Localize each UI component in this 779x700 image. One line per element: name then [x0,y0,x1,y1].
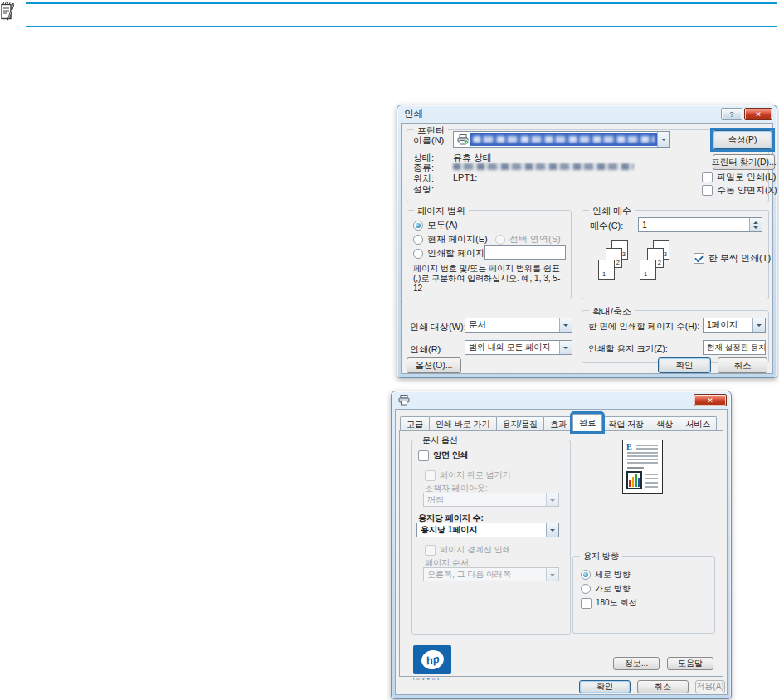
properties-dialog-titlebar[interactable]: ✕ [392,391,731,409]
page-range-group-label: 페이지 범위 [414,205,469,217]
rotate-180-field: 180도 회전 [581,597,636,609]
orientation-group-label: 용지 방향 [580,551,622,562]
scale-to-paper-label: 인쇄할 용지 크기(Z): [588,343,668,355]
close-button[interactable]: ✕ [694,394,727,406]
duplex-label: 양면 인쇄 [433,450,469,461]
tab-printing-shortcuts[interactable]: 인쇄 바로 가기 [429,416,497,431]
status-value: 유휴 상태 [453,152,492,164]
page-range-hint: 페이지 번호 및/또는 페이지 범위를 쉼표(,)로 구분하여 입력하십시오. … [413,264,567,294]
about-button[interactable]: 정보... [613,657,660,670]
page-order-select[interactable]: 오른쪽, 그 다음 아래쪽 [423,567,559,581]
copies-value: 1 [642,220,647,230]
portrait-radio[interactable] [581,570,591,580]
manual-duplex-field: 수동 양면지(X) [702,184,777,197]
properties-dialog: ✕ 고급 인쇄 바로 가기 용지/품질 효과 완료 작업 저장 색상 서비스 문… [391,391,732,699]
pages-per-sheet-select[interactable]: 용지당 1페이지 [416,523,559,537]
close-button[interactable]: ✕ [744,108,772,120]
range-selection-radio[interactable] [495,235,505,245]
range-pages-input[interactable] [484,245,566,260]
copies-stepper[interactable]: 1 [638,217,762,232]
printer-icon [398,395,410,406]
flip-up-label: 페이지 위로 넘기기 [440,469,511,481]
finishing-tab-panel: 문서 옵션 양면 인쇄 페이지 위로 넘기기 소책자 레이아웃: 꺼짐 용지당 … [399,430,723,677]
where-value: LPT1: [453,173,477,182]
pages-per-sheet-select[interactable]: 1페이지 [703,318,766,333]
print-what-select[interactable]: 문서 [465,318,572,333]
tab-color[interactable]: 색상 [650,416,679,431]
scale-to-paper-select[interactable]: 현재 설정된 용지 [703,340,766,355]
find-printer-button[interactable]: 프린터 찾기(D)... [713,154,775,170]
orientation-group: 용지 방향 [572,556,715,634]
note-divider-bottom [26,26,777,27]
print-to-file-checkbox[interactable] [702,172,713,182]
printer-name-redacted [470,133,657,146]
duplex-checkbox[interactable] [418,450,429,461]
options-button[interactable]: 옵션(O)... [407,357,461,373]
range-current-radio[interactable] [413,235,423,245]
tab-job-storage[interactable]: 작업 저장 [601,416,650,431]
printer-icon [457,134,469,145]
properties-button[interactable]: 속성(P) [713,130,772,149]
ok-button[interactable]: 확인 [658,357,711,373]
print-dialog: 인쇄 ? ✕ 프린터 이름(N): 속성(P) 상태 [397,105,777,378]
print-to-file-label: 파일로 인쇄(L) [717,171,777,183]
collate-pages-icon: 3 2 1 3 2 1 [598,240,669,280]
tab-advanced[interactable]: 고급 [400,416,430,431]
page-borders-label: 페이지 경계선 인쇄 [440,544,511,556]
range-current-field: 현재 페이지(E) [413,233,488,245]
comment-label: 설명: [413,183,434,196]
landscape-radio[interactable] [581,584,591,594]
booklet-select[interactable]: 꺼짐 [423,493,559,507]
help-button[interactable]: ? [721,108,742,120]
range-selection-label: 선택 영역(S) [509,233,561,245]
flip-up-field: 페이지 위로 넘기기 [425,469,511,481]
range-all-label: 모두(A) [427,219,458,231]
chevron-down-icon[interactable] [559,318,572,332]
flip-up-checkbox[interactable] [425,470,436,481]
properties-dialog-body: 고급 인쇄 바로 가기 용지/품질 효과 완료 작업 저장 색상 서비스 문서 … [395,409,728,695]
hp-logo: hp [413,645,451,674]
print-label: 인쇄(R): [410,343,443,356]
zoom-group-label: 확대/축소 [589,305,635,318]
tab-finishing[interactable]: 완료 [572,414,602,431]
chevron-down-icon[interactable] [559,341,572,354]
help-icon: ? [729,110,733,119]
print-dialog-body: 프린터 이름(N): 속성(P) 상태: 유휴 상태 종류: 위치: LPT1:… [401,123,773,374]
ok-button[interactable]: 확인 [579,680,631,693]
tab-services[interactable]: 서비스 [679,416,717,431]
apply-button[interactable]: 적용(A) [695,680,725,693]
rotate-180-checkbox[interactable] [581,598,592,609]
range-current-label: 현재 페이지(E) [427,233,488,245]
page-preview: E [622,440,663,494]
pages-per-sheet-label: 한 면에 인쇄할 페이지 수(H): [588,321,699,333]
rotate-180-label: 180도 회전 [596,597,636,609]
cancel-button[interactable]: 취소 [637,680,689,693]
chart-thumbnail-icon [626,471,642,489]
range-pages-radio[interactable] [413,249,423,259]
tab-effects[interactable]: 효과 [543,416,573,431]
help-button[interactable]: 도움말 [667,657,713,670]
chevron-down-icon[interactable] [546,523,558,537]
chevron-down-icon[interactable] [752,318,765,332]
stepper-arrows-icon[interactable] [749,218,762,231]
properties-button-callout: 속성(P) [710,128,775,152]
collate-label: 한 부씩 인쇄(T) [708,252,771,265]
collate-checkbox[interactable] [694,253,704,264]
collate-field: 한 부씩 인쇄(T) [694,252,771,265]
note-divider-top [26,2,777,4]
manual-duplex-checkbox[interactable] [702,185,713,196]
portrait-label: 세로 방향 [595,569,631,581]
cancel-button[interactable]: 취소 [718,357,767,373]
printer-name-select[interactable] [453,131,670,148]
copies-group-label: 인쇄 매수 [589,205,635,217]
tab-paper-quality[interactable]: 용지/품질 [496,416,545,431]
range-all-radio[interactable] [413,221,423,231]
hp-invent-label: invent [413,676,441,681]
print-dialog-titlebar[interactable]: 인쇄 ? ✕ [397,105,777,123]
print-select[interactable]: 범위 내의 모든 페이지 [465,340,572,355]
print-to-file-field: 파일로 인쇄(L) [702,171,777,183]
page-borders-checkbox[interactable] [425,545,436,556]
page-borders-field: 페이지 경계선 인쇄 [425,544,511,556]
printer-name-label: 이름(N): [413,134,446,147]
chevron-down-icon[interactable] [657,132,669,147]
